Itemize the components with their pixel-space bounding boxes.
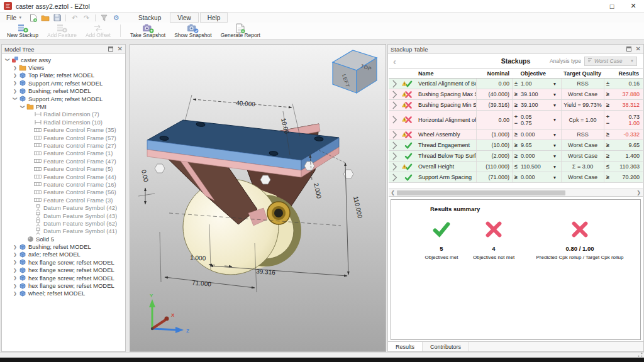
tree-expander-icon[interactable]: ❯ xyxy=(5,57,10,63)
float-panel-icon[interactable] xyxy=(108,46,113,53)
tree-item-feature-control-frame-5[interactable]: Feature Control Frame (5) xyxy=(3,165,125,172)
column-header-name[interactable]: Name xyxy=(416,70,476,77)
stackup-row-horizontal-alignment-of[interactable]: Horizontal Alignment of ...0.00+0.05−0.7… xyxy=(389,111,643,129)
tab-help[interactable]: Help xyxy=(200,13,228,23)
tree-item-feature-control-frame-57[interactable]: Feature Control Frame (57) xyxy=(3,134,125,141)
tree-item-support-arm-refset-model[interactable]: ❯Support Arm; refset MODEL xyxy=(3,79,125,87)
expand-chevron-icon[interactable] xyxy=(389,162,400,172)
scroll-right-arrow[interactable]: ❯ xyxy=(635,190,643,195)
horizontal-scrollbar[interactable]: ❮ ❯ xyxy=(389,189,643,196)
tree-item-feature-control-frame-44[interactable]: Feature Control Frame (44) xyxy=(3,173,125,180)
scrollbar-thumb[interactable] xyxy=(397,190,565,195)
new-file-icon[interactable] xyxy=(28,14,38,22)
objective-type-dropdown-icon[interactable]: ▼ xyxy=(548,103,561,107)
stackup-row-bushing-spacing-max-s[interactable]: Bushing Spacing Max S...(40.000)≥39.100▼… xyxy=(389,89,643,100)
tree-expander-icon[interactable]: ❯ xyxy=(12,73,18,78)
objective-type-dropdown-icon[interactable]: ▼ xyxy=(548,118,561,122)
tree-expander-icon[interactable]: ❯ xyxy=(12,65,18,70)
tree-item-hex-flange-screw-refset-model[interactable]: ❯hex flange screw; refset MODEL xyxy=(3,258,125,266)
resize-grip-icon[interactable] xyxy=(638,353,643,357)
tree-item-feature-control-frame-1[interactable]: Feature Control Frame (1) xyxy=(3,150,125,157)
tree-expander-icon[interactable]: ❯ xyxy=(12,80,18,85)
tree-item-solid-5[interactable]: Solid 5 xyxy=(3,235,125,243)
maximize-button[interactable]: □ xyxy=(601,0,623,12)
stackup-row-support-arm-spacing[interactable]: Support Arm Spacing(71.000)≥0.000▼Worst … xyxy=(389,172,643,183)
analysis-type-dropdown[interactable]: Worst Case ▼ xyxy=(584,57,637,66)
tree-item-hex-flange-screw-refset-model[interactable]: ❯hex flange screw; refset MODEL xyxy=(3,282,125,289)
tree-item-support-arm-refset-model[interactable]: ❯Support Arm; refset MODEL xyxy=(3,95,125,102)
save-icon[interactable] xyxy=(52,14,62,22)
tree-item-bushing-refset-model[interactable]: ❯Bushing; refset MODEL xyxy=(3,243,125,250)
tree-item-axle-refset-model[interactable]: ❯axle; refset MODEL xyxy=(3,251,125,258)
stackup-row-vertical-alignment-of-bu[interactable]: Vertical Alignment of Bu...0.00±1.00▼RSS… xyxy=(389,79,643,89)
expand-chevron-icon[interactable] xyxy=(389,151,400,161)
undo-icon[interactable]: ↶ xyxy=(70,14,79,22)
close-panel-icon[interactable]: ✕ xyxy=(118,46,123,52)
tree-item-feature-control-frame-35[interactable]: Feature Control Frame (35) xyxy=(3,126,125,134)
new-stackup-button[interactable]: New Stackup xyxy=(3,23,43,39)
expand-chevron-icon[interactable] xyxy=(389,101,400,110)
tree-expander-icon[interactable]: ❯ xyxy=(12,283,18,288)
tree-item-bushing-refset-model[interactable]: ❯Bushing; refset MODEL xyxy=(3,87,125,95)
tree-item-feature-control-frame-3[interactable]: Feature Control Frame (3) xyxy=(3,196,125,204)
objective-type-dropdown-icon[interactable]: ▼ xyxy=(548,154,561,158)
tree-expander-icon[interactable]: ❯ xyxy=(13,96,18,102)
redo-icon[interactable]: ↷ xyxy=(82,14,91,22)
tree-item-hex-flange-screw-refset-model[interactable]: ❯hex flange screw; refset MODEL xyxy=(3,266,125,274)
tree-item-wheel-refset-model[interactable]: ❯wheel; refset MODEL xyxy=(3,290,125,297)
expand-chevron-icon[interactable] xyxy=(389,130,400,140)
tree-expander-icon[interactable]: ❯ xyxy=(12,244,18,250)
tab-view[interactable]: View xyxy=(170,13,199,23)
tree-expander-icon[interactable]: ❯ xyxy=(12,268,18,273)
tree-item-views[interactable]: ❯Views xyxy=(3,63,125,71)
tree-item-pmi[interactable]: ❯PMI xyxy=(3,102,125,110)
viewport[interactable]: LEFT TOP xyxy=(130,44,386,352)
objective-type-dropdown-icon[interactable]: ▼ xyxy=(548,82,561,86)
float-panel-icon[interactable] xyxy=(626,46,631,53)
tree-item-radial-dimension-7[interactable]: Radial Dimension (7) xyxy=(3,111,125,118)
stackup-row-thread-below-top-surface[interactable]: Thread Below Top Surface(2.000)≥0.000▼Wo… xyxy=(389,151,643,162)
show-snapshot-button[interactable]: Show Snapshot xyxy=(170,23,216,39)
stackup-row-overall-height[interactable]: Overall Height(110.000)≤110.500▼Σ = 3.00… xyxy=(389,162,643,172)
tree-item-feature-control-frame-27[interactable]: Feature Control Frame (27) xyxy=(3,141,125,149)
tab-stackup[interactable]: Stackup xyxy=(131,13,169,23)
tree-item-top-plate-refset-model[interactable]: ❯Top Plate; refset MODEL xyxy=(3,72,125,79)
stackup-row-thread-engagement[interactable]: Thread Engagement(10.00)≥9.65▼Worst Case… xyxy=(389,140,643,151)
tree-expander-icon[interactable]: ❯ xyxy=(12,89,18,94)
expand-chevron-icon[interactable] xyxy=(389,115,400,124)
tree-item-datum-feature-symbol-42[interactable]: Datum Feature Symbol (42) xyxy=(3,204,125,211)
tree-item-feature-control-frame-47[interactable]: Feature Control Frame (47) xyxy=(3,157,125,165)
objective-type-dropdown-icon[interactable]: ▼ xyxy=(548,133,561,137)
expand-chevron-icon[interactable] xyxy=(389,90,400,99)
tree-item-datum-feature-symbol-41[interactable]: Datum Feature Symbol (41) xyxy=(3,228,125,235)
tree-item-radial-dimension-10[interactable]: Radial Dimension (10) xyxy=(3,118,125,126)
tree-item-datum-feature-symbol-43[interactable]: Datum Feature Symbol (43) xyxy=(3,212,125,219)
generate-report-button[interactable]: Generate Report xyxy=(216,23,265,39)
tree-item-feature-control-frame-16[interactable]: Feature Control Frame (16) xyxy=(3,180,125,188)
objective-type-dropdown-icon[interactable]: ▼ xyxy=(548,175,561,180)
tree-item-feature-control-frame-56[interactable]: Feature Control Frame (56) xyxy=(3,189,125,196)
column-header-target-quality[interactable]: Target Quality xyxy=(561,70,604,77)
expand-chevron-icon[interactable] xyxy=(389,141,400,150)
take-snapshot-button[interactable]: Take Snapshot xyxy=(126,23,170,39)
column-header-nominal[interactable]: Nominal xyxy=(476,70,512,77)
column-header-objective[interactable]: Objective xyxy=(512,70,548,77)
settings-icon[interactable]: ⚙ xyxy=(111,14,121,22)
stackup-row-wheel-assembly[interactable]: Wheel Assembly(1.000)≥0.000▼RSS≥-0.332 xyxy=(389,129,643,140)
expand-chevron-icon[interactable] xyxy=(389,173,400,182)
column-header-results[interactable]: Results xyxy=(604,70,643,77)
tree-item-hex-flange-screw-refset-model[interactable]: ❯hex flange screw; refset MODEL xyxy=(3,274,125,282)
expand-chevron-icon[interactable] xyxy=(389,79,400,89)
tab-contributors[interactable]: Contributors xyxy=(423,342,469,351)
tree-expander-icon[interactable]: ❯ xyxy=(12,260,18,265)
tree-expander-icon[interactable]: ❯ xyxy=(12,291,18,296)
tab-results[interactable]: Results xyxy=(388,342,423,351)
file-menu-button[interactable]: File ▼ xyxy=(4,14,25,21)
close-button[interactable]: ✕ xyxy=(623,0,644,12)
objective-type-dropdown-icon[interactable]: ▼ xyxy=(548,165,561,169)
tree-expander-icon[interactable]: ❯ xyxy=(20,104,25,110)
objective-type-dropdown-icon[interactable]: ▼ xyxy=(548,92,561,97)
tree-expander-icon[interactable]: ❯ xyxy=(12,275,18,280)
tree-item-caster-assy[interactable]: ❯caster assy xyxy=(3,56,125,63)
scroll-left-arrow[interactable]: ❮ xyxy=(389,190,397,195)
